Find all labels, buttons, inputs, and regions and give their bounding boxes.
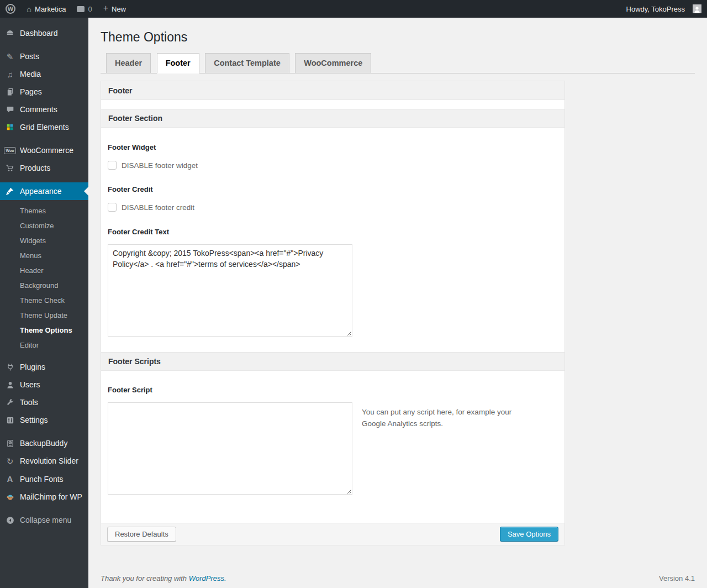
footer-script-description: You can put any script here, for example…	[362, 395, 533, 495]
tab-woocommerce[interactable]: WooCommerce	[295, 53, 371, 73]
sidebar-item-backupbuddy[interactable]: BackupBuddy	[0, 434, 88, 452]
submenu-item-theme-update[interactable]: Theme Update	[0, 308, 88, 323]
sidebar-item-woocommerce[interactable]: Woo WooCommerce	[0, 141, 88, 159]
footer-script-textarea[interactable]	[108, 402, 352, 495]
site-name: Marketica	[35, 5, 66, 13]
sidebar-item-plugins[interactable]: Plugins	[0, 358, 88, 376]
sidebar-item-pages[interactable]: Pages	[0, 83, 88, 101]
footer-credit-text-textarea[interactable]: Copyright &copy; 2015 TokoPress<span><a …	[108, 244, 352, 337]
disable-footer-widget-text[interactable]: DISABLE footer widget	[122, 161, 198, 170]
comment-bubble-icon	[77, 6, 85, 12]
sidebar-item-label: Plugins	[20, 363, 45, 371]
group-spacer	[101, 100, 564, 109]
menu-separator	[0, 177, 88, 182]
sidebar-item-grid-elements[interactable]: Grid Elements	[0, 118, 88, 136]
restore-defaults-button[interactable]: Restore Defaults	[107, 527, 176, 542]
my-account-menu[interactable]: Howdy, TokoPress	[621, 0, 707, 18]
plug-icon	[4, 363, 15, 371]
admin-bar: W ⌂ Marketica 0 + New Howdy, TokoPress	[0, 0, 707, 18]
cart-icon	[4, 164, 15, 172]
pages-icon	[4, 88, 15, 96]
sidebar-item-posts[interactable]: ✎ Posts	[0, 48, 88, 65]
comment-count: 0	[88, 5, 92, 13]
theme-options-panel: Footer Footer Section Footer Widget DISA…	[101, 81, 565, 545]
sidebar-item-label: MailChimp for WP	[20, 492, 82, 501]
sidebar-item-products[interactable]: Products	[0, 159, 88, 177]
sidebar-item-media[interactable]: ♫ Media	[0, 65, 88, 83]
footer-scripts-body: Footer Script You can put any script her…	[101, 371, 564, 523]
submenu-item-theme-check[interactable]: Theme Check	[0, 293, 88, 308]
sidebar-item-users[interactable]: Users	[0, 376, 88, 393]
submenu-item-menus[interactable]: Menus	[0, 248, 88, 263]
sidebar-item-label: Pages	[20, 87, 42, 96]
tab-header[interactable]: Header	[106, 53, 151, 73]
disable-footer-credit-checkbox[interactable]	[108, 203, 117, 212]
footer-credit-label: Footer Credit	[108, 185, 558, 194]
submenu-item-editor[interactable]: Editor	[0, 338, 88, 353]
comments-admin-bar[interactable]: 0	[71, 0, 97, 18]
collapse-icon	[4, 516, 15, 524]
sidebar-item-label: Media	[20, 70, 41, 78]
media-icon: ♫	[4, 70, 15, 78]
footer-widget-label: Footer Widget	[108, 143, 558, 152]
grid-elements-icon	[4, 123, 15, 131]
main-content: Theme Options Header Footer Contact Temp…	[88, 18, 707, 582]
sidebar-item-label: WooCommerce	[20, 146, 73, 155]
submenu-item-background[interactable]: Background	[0, 278, 88, 293]
home-icon: ⌂	[27, 4, 31, 14]
brush-icon	[4, 187, 15, 196]
wrench-icon	[4, 398, 15, 407]
submenu-item-theme-options[interactable]: Theme Options	[0, 323, 88, 338]
thanks-text: Thank you for creating with	[101, 574, 189, 582]
menu-separator	[0, 42, 88, 48]
menu-separator	[0, 506, 88, 511]
admin-sidebar: Dashboard ✎ Posts ♫ Media Pages Comments…	[0, 18, 88, 588]
site-name-menu[interactable]: ⌂ Marketica	[21, 0, 71, 18]
sidebar-item-label: Appearance	[20, 187, 62, 196]
sidebar-item-revolution-slider[interactable]: ↻ Revolution Slider	[0, 452, 88, 470]
tab-footer[interactable]: Footer	[157, 53, 199, 74]
dashboard-icon	[4, 29, 15, 38]
disable-footer-widget-checkbox[interactable]	[108, 161, 117, 170]
panel-action-bar: Restore Defaults Save Options	[101, 523, 564, 545]
submenu-item-customize[interactable]: Customize	[0, 218, 88, 233]
sidebar-item-mailchimp[interactable]: MailChimp for WP	[0, 488, 88, 506]
submenu-item-themes[interactable]: Themes	[0, 203, 88, 218]
footer-script-label: Footer Script	[108, 386, 558, 395]
person-icon	[693, 6, 701, 13]
footer-thanks: Thank you for creating with WordPress.	[101, 574, 226, 582]
wp-logo-menu[interactable]: W	[0, 0, 21, 18]
woocommerce-icon: Woo	[4, 147, 15, 154]
submenu-item-header[interactable]: Header	[0, 263, 88, 278]
sidebar-item-tools[interactable]: Tools	[0, 393, 88, 411]
disable-footer-credit-text[interactable]: DISABLE footer credit	[122, 203, 194, 212]
sliders-icon	[4, 416, 15, 424]
save-options-button[interactable]: Save Options	[500, 527, 558, 542]
new-content-menu[interactable]: + New	[98, 0, 131, 18]
sidebar-item-label: BackupBuddy	[20, 439, 67, 448]
collapse-menu-button[interactable]: Collapse menu	[0, 511, 88, 529]
admin-footer: Thank you for creating with WordPress. V…	[101, 574, 695, 582]
section-heading-footer-scripts: Footer Scripts	[101, 352, 564, 371]
sidebar-item-label: Settings	[20, 416, 48, 424]
sidebar-item-label: Revolution Slider	[20, 456, 78, 465]
sidebar-item-label: Punch Fonts	[20, 475, 64, 484]
wordpress-link[interactable]: WordPress.	[189, 574, 226, 582]
sidebar-item-label: Posts	[20, 52, 39, 61]
sidebar-item-appearance[interactable]: Appearance	[0, 182, 88, 200]
sidebar-item-dashboard[interactable]: Dashboard	[0, 24, 88, 42]
tab-contact-template[interactable]: Contact Template	[205, 53, 289, 73]
appearance-submenu: Themes Customize Widgets Menus Header Ba…	[0, 200, 88, 358]
sidebar-item-punch-fonts[interactable]: A Punch Fonts	[0, 470, 88, 488]
backup-drive-icon	[4, 439, 15, 448]
footer-section-body: Footer Widget DISABLE footer widget Foot…	[101, 128, 564, 352]
sidebar-item-label: Grid Elements	[20, 123, 69, 132]
sidebar-item-settings[interactable]: Settings	[0, 411, 88, 429]
monkey-icon	[4, 493, 15, 501]
sidebar-item-label: Tools	[20, 398, 38, 407]
rotate-arrows-icon: ↻	[4, 457, 15, 465]
submenu-item-widgets[interactable]: Widgets	[0, 233, 88, 248]
user-icon	[4, 381, 15, 389]
version-text: Version 4.1	[659, 574, 695, 582]
sidebar-item-comments[interactable]: Comments	[0, 101, 88, 118]
